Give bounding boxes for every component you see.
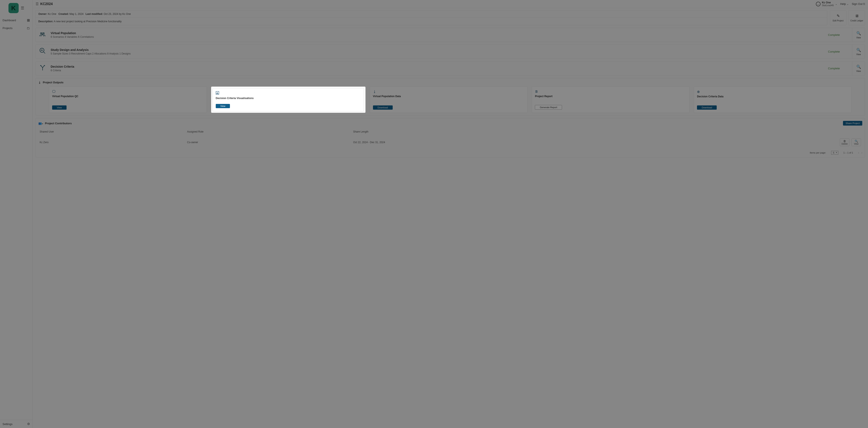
output-tile-dc-visualisations-highlight: Decision Criteria Visualisations View bbox=[211, 87, 366, 113]
svg-rect-7 bbox=[218, 93, 218, 94]
tour-overlay[interactable] bbox=[0, 0, 868, 428]
view-button[interactable]: View bbox=[216, 104, 230, 108]
svg-rect-6 bbox=[217, 92, 218, 94]
svg-rect-5 bbox=[217, 93, 217, 94]
bar-chart-icon bbox=[216, 91, 361, 95]
